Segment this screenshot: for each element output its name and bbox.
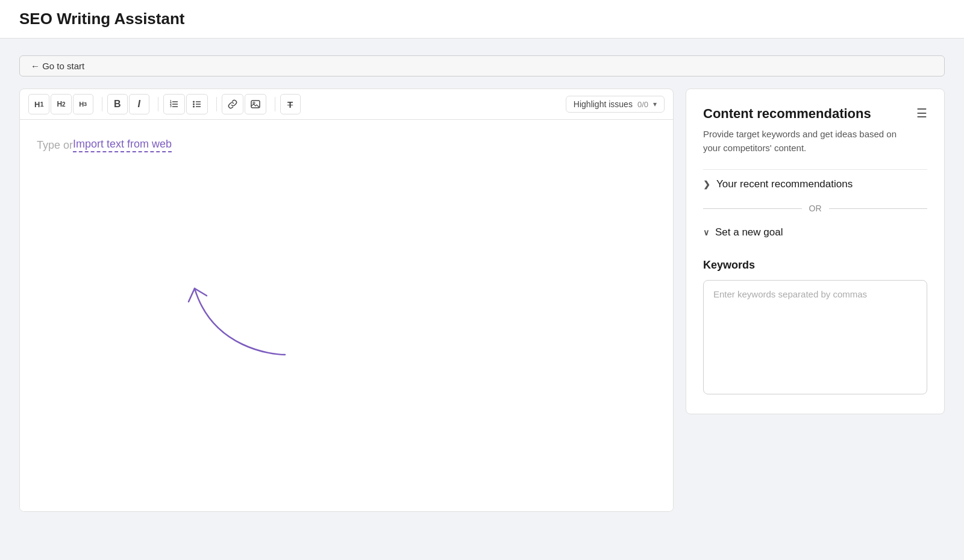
insert-group bbox=[222, 94, 266, 114]
toolbar: H1 H2 H3 B I 123 bbox=[20, 89, 673, 120]
divider-4 bbox=[275, 97, 275, 111]
or-line-right bbox=[829, 208, 928, 209]
keywords-section: Keywords bbox=[703, 259, 927, 397]
link-button[interactable] bbox=[222, 94, 243, 114]
right-panel: Content recommendations Provide target k… bbox=[686, 89, 945, 414]
keywords-label: Keywords bbox=[703, 259, 927, 272]
keywords-input[interactable] bbox=[703, 280, 927, 394]
h2-button[interactable]: H2 bbox=[51, 94, 71, 114]
h1-button[interactable]: H1 bbox=[28, 94, 49, 114]
ordered-list-button[interactable]: 123 bbox=[163, 94, 185, 114]
or-divider: OR bbox=[703, 204, 927, 213]
recent-recommendations-row[interactable]: ❯ Your recent recommendations bbox=[703, 169, 927, 199]
chevron-right-icon: ❯ bbox=[703, 179, 710, 189]
unordered-list-button[interactable] bbox=[186, 94, 208, 114]
divider-2 bbox=[158, 97, 158, 111]
highlight-count: 0/0 bbox=[637, 100, 648, 109]
highlight-issues-dropdown[interactable]: Highlight issues 0/0 ▾ bbox=[566, 96, 665, 113]
format-group: B I bbox=[107, 94, 149, 114]
italic-button[interactable]: I bbox=[129, 94, 149, 114]
chevron-down-goal-icon: ∨ bbox=[703, 228, 709, 237]
image-button[interactable] bbox=[245, 94, 266, 114]
editor-layout: H1 H2 H3 B I 123 bbox=[19, 89, 945, 512]
editor-body[interactable]: Type or Import text from web bbox=[20, 120, 673, 511]
panel-menu-icon[interactable]: ☰ bbox=[916, 106, 927, 120]
h3-button[interactable]: H3 bbox=[73, 94, 93, 114]
heading-group: H1 H2 H3 bbox=[28, 94, 93, 114]
chevron-down-icon: ▾ bbox=[653, 100, 657, 108]
list-group: 123 bbox=[163, 94, 208, 114]
app-title: SEO Writing Assistant bbox=[19, 10, 185, 28]
editor-panel: H1 H2 H3 B I 123 bbox=[19, 89, 674, 512]
clear-format-button[interactable]: T bbox=[280, 94, 301, 114]
editor-placeholder: Type or Import text from web bbox=[37, 138, 656, 152]
panel-title: Content recommendations bbox=[703, 106, 912, 122]
go-to-start-button[interactable]: ← Go to start bbox=[19, 55, 945, 76]
divider-3 bbox=[216, 97, 217, 111]
recent-rec-label: Your recent recommendations bbox=[716, 178, 853, 190]
import-text-link[interactable]: Import text from web bbox=[73, 138, 172, 152]
svg-point-7 bbox=[193, 104, 195, 105]
panel-header: Content recommendations Provide target k… bbox=[703, 106, 927, 169]
decorative-arrow bbox=[177, 270, 309, 367]
or-line-left bbox=[703, 208, 802, 209]
svg-point-6 bbox=[193, 101, 195, 103]
or-text: OR bbox=[809, 204, 822, 213]
svg-point-8 bbox=[193, 106, 195, 108]
panel-description: Provide target keywords and get ideas ba… bbox=[703, 128, 912, 155]
highlight-label: Highlight issues bbox=[574, 99, 633, 109]
svg-text:3: 3 bbox=[170, 104, 172, 108]
svg-point-13 bbox=[253, 102, 255, 104]
set-new-goal-row[interactable]: ∨ Set a new goal bbox=[703, 218, 927, 247]
divider-1 bbox=[102, 97, 102, 111]
new-goal-label: Set a new goal bbox=[715, 226, 783, 238]
bold-button[interactable]: B bbox=[107, 94, 128, 114]
